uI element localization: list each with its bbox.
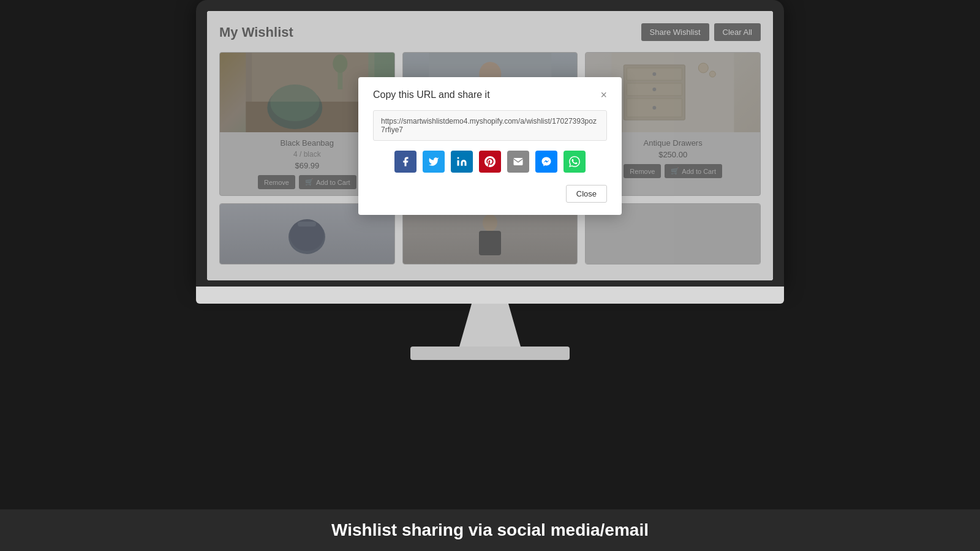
- modal-header: Copy this URL and share it ×: [373, 89, 607, 100]
- modal-close-x-button[interactable]: ×: [600, 89, 607, 100]
- monitor-chin: [196, 287, 784, 304]
- messenger-share-button[interactable]: [535, 151, 557, 173]
- close-modal-button[interactable]: Close: [566, 185, 607, 203]
- bottom-bar: Wishlist sharing via social media/email: [0, 509, 980, 551]
- facebook-share-button[interactable]: [394, 151, 417, 173]
- linkedin-share-button[interactable]: [451, 151, 473, 173]
- svg-point-26: [458, 157, 459, 159]
- monitor-screen: My Wishlist Share Wishlist Clear All: [207, 11, 773, 280]
- modal-title: Copy this URL and share it: [373, 89, 490, 100]
- monitor-stand-base: [410, 347, 570, 360]
- page-content: My Wishlist Share Wishlist Clear All: [207, 11, 773, 280]
- modal-footer: Close: [373, 185, 607, 203]
- modal-url[interactable]: https://smartwishlistdemo4.myshopify.com…: [373, 110, 607, 141]
- email-share-button[interactable]: [507, 151, 529, 173]
- monitor-body: My Wishlist Share Wishlist Clear All: [196, 0, 784, 287]
- social-icons-row: [373, 151, 607, 173]
- twitter-share-button[interactable]: [423, 151, 445, 173]
- pinterest-share-button[interactable]: [479, 151, 501, 173]
- monitor-stand-neck: [459, 304, 521, 347]
- share-modal: Copy this URL and share it × https://sma…: [358, 77, 622, 215]
- monitor: My Wishlist Share Wishlist Clear All: [196, 0, 784, 360]
- bottom-bar-text: Wishlist sharing via social media/email: [331, 520, 649, 539]
- whatsapp-share-button[interactable]: [564, 151, 586, 173]
- modal-overlay: Copy this URL and share it × https://sma…: [207, 11, 773, 280]
